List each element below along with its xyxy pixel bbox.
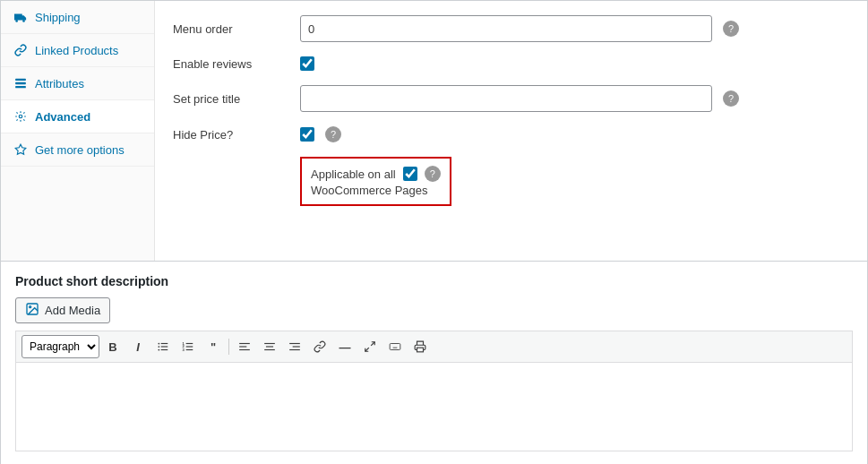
- blockquote-button[interactable]: ": [202, 335, 225, 358]
- svg-point-12: [158, 343, 159, 345]
- menu-order-row: Menu order ?: [173, 15, 849, 42]
- sidebar-item-get-more-options[interactable]: Get more options: [1, 133, 154, 167]
- svg-rect-17: [186, 349, 193, 350]
- sidebar-item-shipping-label: Shipping: [35, 11, 81, 24]
- link-button[interactable]: [308, 335, 331, 358]
- svg-rect-21: [239, 343, 250, 344]
- align-right-button[interactable]: [283, 335, 306, 358]
- hide-price-help-icon[interactable]: ?: [325, 126, 341, 142]
- svg-rect-27: [289, 343, 300, 344]
- shipping-icon: [13, 10, 28, 24]
- svg-rect-29: [289, 349, 300, 350]
- description-section-title: Product short description: [15, 274, 853, 288]
- editor-body[interactable]: [15, 362, 853, 451]
- linked-products-icon: [13, 43, 28, 57]
- bold-button[interactable]: B: [101, 335, 125, 358]
- attributes-icon: [13, 76, 28, 90]
- sidebar-item-advanced[interactable]: Advanced: [1, 100, 154, 133]
- svg-rect-23: [239, 349, 250, 350]
- svg-rect-11: [161, 349, 168, 350]
- svg-rect-32: [390, 344, 400, 350]
- svg-marker-6: [15, 144, 26, 154]
- svg-point-1: [22, 20, 25, 22]
- horizontal-rule-button[interactable]: —: [333, 335, 357, 358]
- set-price-title-row: Set price title ?: [173, 85, 849, 112]
- sidebar-item-advanced-label: Advanced: [35, 110, 90, 124]
- applicable-help-icon[interactable]: ?: [425, 166, 441, 182]
- paragraph-select[interactable]: Paragraph: [21, 335, 99, 358]
- svg-point-8: [30, 306, 31, 308]
- applicable-checkbox[interactable]: [403, 167, 417, 181]
- sidebar-item-shipping[interactable]: Shipping: [1, 1, 154, 34]
- menu-order-label: Menu order: [173, 22, 289, 36]
- svg-text:3: 3: [183, 348, 185, 352]
- hide-price-checkbox[interactable]: [300, 127, 314, 142]
- editor-toolbar: Paragraph B I 123 " —: [15, 331, 853, 362]
- svg-rect-24: [264, 343, 275, 344]
- applicable-label-line1: Applicable on all: [311, 168, 396, 181]
- sidebar-item-attributes[interactable]: Attributes: [1, 67, 154, 100]
- set-price-title-label: Set price title: [173, 92, 289, 106]
- svg-rect-15: [186, 343, 193, 344]
- set-price-title-help-icon[interactable]: ?: [723, 90, 739, 107]
- svg-rect-10: [161, 346, 168, 347]
- set-price-title-input[interactable]: [300, 85, 712, 112]
- svg-point-5: [19, 115, 22, 118]
- svg-point-14: [158, 349, 159, 351]
- applicable-highlight-box: Applicable on all ? WooCommerce Pages: [300, 157, 451, 206]
- add-media-icon: [25, 302, 39, 319]
- svg-rect-38: [417, 348, 424, 352]
- svg-rect-9: [161, 343, 168, 344]
- add-media-label: Add Media: [45, 304, 100, 317]
- sidebar-item-linked-products-label: Linked Products: [35, 44, 118, 57]
- svg-rect-3: [15, 82, 26, 84]
- toolbar-divider-1: [228, 339, 229, 355]
- svg-rect-25: [266, 346, 273, 347]
- svg-rect-2: [15, 79, 26, 81]
- print-button[interactable]: [408, 335, 432, 358]
- svg-rect-4: [15, 86, 26, 88]
- svg-rect-28: [293, 346, 300, 347]
- sidebar-item-get-more-options-label: Get more options: [35, 143, 125, 157]
- applicable-label-line2: WooCommerce Pages: [311, 184, 428, 197]
- svg-point-0: [15, 20, 18, 22]
- svg-rect-26: [264, 349, 275, 350]
- menu-order-help-icon[interactable]: ?: [723, 21, 739, 37]
- advanced-content-area: Menu order ? Enable reviews Set price ti…: [155, 1, 867, 261]
- applicable-row: Applicable on all ? WooCommerce Pages: [173, 157, 849, 206]
- enable-reviews-row: Enable reviews: [173, 56, 849, 71]
- italic-button[interactable]: I: [126, 335, 150, 358]
- align-left-button[interactable]: [233, 335, 256, 358]
- hide-price-row: Hide Price? ?: [173, 126, 849, 142]
- menu-order-input[interactable]: [300, 15, 712, 42]
- svg-point-13: [158, 346, 159, 348]
- advanced-icon: [13, 109, 28, 124]
- svg-rect-16: [186, 346, 193, 347]
- hide-price-label: Hide Price?: [173, 128, 289, 142]
- enable-reviews-checkbox[interactable]: [300, 56, 314, 71]
- keyboard-shortcut-button[interactable]: [383, 335, 407, 358]
- svg-rect-22: [239, 346, 246, 347]
- get-more-options-icon: [13, 142, 28, 157]
- svg-line-30: [371, 342, 374, 346]
- applicable-line2-row: WooCommerce Pages: [311, 184, 441, 197]
- sidebar-item-linked-products[interactable]: Linked Products: [1, 34, 154, 67]
- svg-line-31: [365, 348, 369, 351]
- ordered-list-button[interactable]: 123: [176, 335, 200, 358]
- product-data-sidebar: Shipping Linked Products Attributes Adva…: [1, 1, 155, 261]
- fullscreen-button[interactable]: [358, 335, 382, 358]
- applicable-inner-row: Applicable on all ?: [311, 166, 441, 182]
- add-media-button[interactable]: Add Media: [15, 297, 110, 323]
- align-center-button[interactable]: [258, 335, 281, 358]
- unordered-list-button[interactable]: [151, 335, 175, 358]
- description-section: Product short description Add Media Para…: [1, 261, 867, 464]
- enable-reviews-label: Enable reviews: [173, 57, 289, 71]
- sidebar-item-attributes-label: Attributes: [35, 77, 84, 90]
